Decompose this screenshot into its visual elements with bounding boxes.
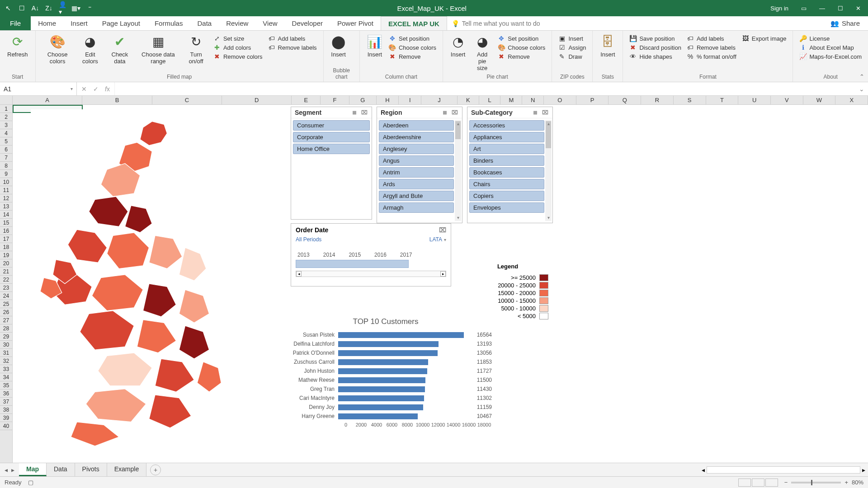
tab-excel-map-uk[interactable]: EXCEL MAP UK [381,16,447,30]
row-header[interactable]: 22 [0,276,12,284]
set-position-pie-button[interactable]: ✥Set position [496,34,547,42]
col-header[interactable]: M [500,96,522,104]
remove-pie-button[interactable]: ✖Remove [496,52,547,61]
col-header[interactable]: D [222,96,292,104]
slicer-item[interactable]: Consumer [293,120,370,131]
share-button[interactable]: 👥Share [822,16,868,30]
maximize-icon[interactable]: ☐ [838,5,843,12]
col-header[interactable]: N [522,96,544,104]
expand-formula-icon[interactable]: ⌄ [855,85,868,93]
hide-shapes-button[interactable]: 👁Hide shapes [627,52,683,61]
zoom-level[interactable]: 80% [852,479,863,486]
row-header[interactable]: 26 [0,308,12,316]
row-header[interactable]: 35 [0,381,12,389]
slicer-scrollbar[interactable]: ▾▴ [545,120,552,221]
user-icon[interactable]: 👤▾ [59,5,66,12]
slicer-item[interactable]: Ards [379,179,454,189]
save-position-button[interactable]: 💾Save position [627,34,683,42]
col-header[interactable]: C [152,96,222,104]
sheet-tab[interactable]: Example [107,463,146,476]
row-header[interactable]: 39 [0,414,12,422]
col-header[interactable]: X [835,96,868,104]
zip-insert-button[interactable]: ▣Insert [557,34,588,42]
add-labels-button[interactable]: 🏷Add labels [266,34,319,42]
row-header[interactable]: 23 [0,284,12,292]
row-header[interactable]: 3 [0,121,12,129]
row-header[interactable]: 40 [0,422,12,430]
col-header[interactable]: Q [609,96,641,104]
row-header[interactable]: 21 [0,267,12,276]
slicer-item[interactable]: Copiers [469,191,544,201]
minimize-icon[interactable]: — [819,5,825,12]
col-header[interactable]: G [349,96,377,104]
slicer-subcategory[interactable]: Sub-Category≣⌧ AccessoriesAppliancesArtB… [467,107,553,223]
tab-view[interactable]: View [255,16,284,30]
col-header[interactable]: K [458,96,479,104]
zoom-slider[interactable] [791,482,841,483]
clear-filter-icon[interactable]: ⌧ [451,109,458,116]
set-position-col-button[interactable]: ✥Set position [387,34,438,42]
remove-col-button[interactable]: ✖Remove [387,52,438,61]
add-labels-fmt-button[interactable]: 🏷Add labels [685,34,738,42]
slicer-item[interactable]: Aberdeenshire [379,132,454,142]
slicer-item[interactable]: Aberdeen [379,120,454,131]
row-header[interactable]: 19 [0,251,12,259]
cursor-icon[interactable]: ↖ [5,5,12,12]
turn-onoff-button[interactable]: ↻Turn on/off [182,33,210,66]
close-icon[interactable]: ✕ [856,5,861,12]
row-header[interactable]: 13 [0,202,12,211]
insert-column-button[interactable]: 📊Insert [364,33,385,59]
row-header[interactable]: 31 [0,349,12,357]
uk-map-shape[interactable] [31,109,279,446]
choose-colors-col-button[interactable]: 🎨Choose colors [387,43,438,52]
multi-select-icon[interactable]: ≣ [351,109,358,116]
row-header[interactable]: 24 [0,292,12,300]
row-header[interactable]: 30 [0,341,12,349]
col-header[interactable]: S [674,96,706,104]
slicer-scrollbar[interactable]: ▾▴ [455,120,461,221]
view-switcher[interactable] [738,479,778,487]
zoom-in-icon[interactable]: + [844,479,848,486]
license-button[interactable]: 🔑License [797,34,863,42]
row-header[interactable]: 29 [0,333,12,341]
zoom-out-icon[interactable]: − [784,479,788,486]
row-header[interactable]: 10 [0,178,12,186]
col-header[interactable]: T [706,96,739,104]
col-header[interactable]: J [421,96,458,104]
slicer-item[interactable]: Appliances [469,132,544,142]
enter-formula-icon[interactable]: ✓ [93,85,99,93]
row-header[interactable]: 15 [0,219,12,227]
insert-pie-button[interactable]: ◔Insert [448,33,468,59]
col-header[interactable]: B [82,96,152,104]
row-header[interactable]: 7 [0,154,12,162]
zip-draw-button[interactable]: ✎Draw [557,52,588,61]
about-button[interactable]: ℹAbout Excel Map [797,43,863,52]
clear-filter-icon[interactable]: ⌧ [439,226,446,234]
row-header[interactable]: 36 [0,389,12,398]
row-header[interactable]: 5 [0,137,12,145]
new-sheet-button[interactable]: + [150,465,161,475]
tell-me-search[interactable]: 💡Tell me what you want to do [452,16,540,30]
name-box[interactable]: A1 [0,82,77,95]
slicer-segment[interactable]: Segment≣⌧ ConsumerCorporateHome Office [291,107,372,220]
slicer-item[interactable]: Anglesey [379,144,454,154]
export-image-button[interactable]: 🖼Export image [740,34,788,42]
multi-select-icon[interactable]: ≣ [441,109,448,116]
select-all-corner[interactable] [0,96,13,105]
remove-labels-button[interactable]: 🏷Remove labels [266,43,319,52]
row-header[interactable]: 37 [0,398,12,406]
pct-format-button[interactable]: %% format on/off [685,52,738,61]
slicer-item[interactable]: Angus [379,155,454,166]
form-icon[interactable]: ▦▾ [72,5,80,12]
row-header[interactable]: 33 [0,365,12,373]
row-header[interactable]: 8 [0,162,12,170]
tab-review[interactable]: Review [219,16,255,30]
col-header[interactable]: V [771,96,803,104]
row-header[interactable]: 1 [0,105,12,113]
sheet-tab[interactable]: Map [19,463,47,476]
col-header[interactable]: H [377,96,399,104]
row-header[interactable]: 17 [0,235,12,243]
slicer-item[interactable]: Binders [469,155,544,166]
col-header[interactable]: I [399,96,421,104]
sort-desc-icon[interactable]: Z↓ [45,5,52,12]
